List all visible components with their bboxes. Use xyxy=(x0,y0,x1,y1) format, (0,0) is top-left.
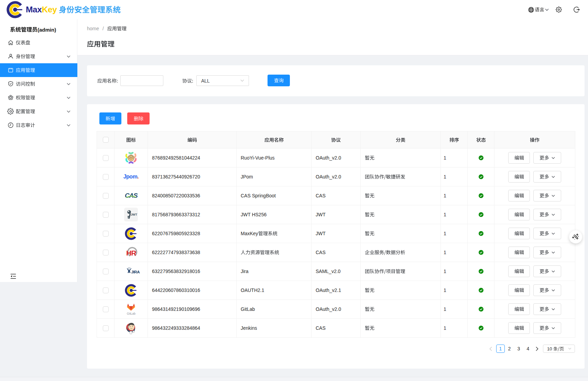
svg-text:JWT: JWT xyxy=(131,213,137,216)
svg-text:GitLab: GitLab xyxy=(127,312,136,315)
svg-text:JIRA: JIRA xyxy=(131,270,140,274)
svg-text:HR: HR xyxy=(126,249,136,257)
